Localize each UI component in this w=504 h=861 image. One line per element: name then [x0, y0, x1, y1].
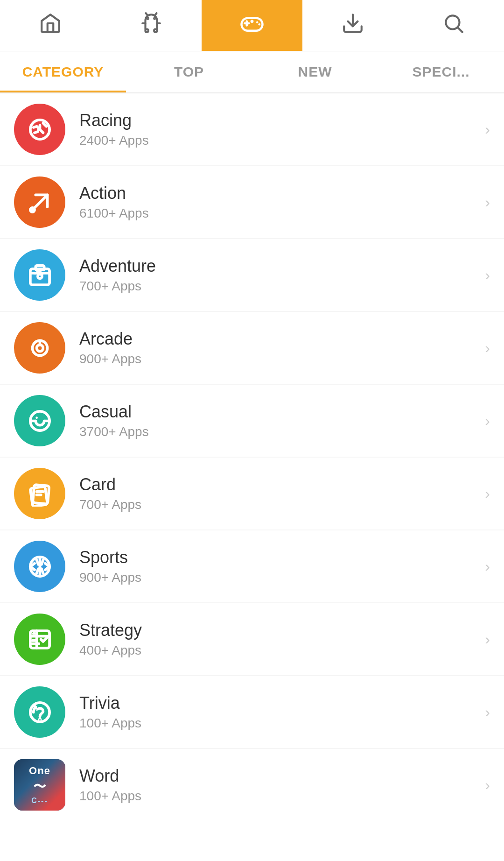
category-item-adventure[interactable]: Adventure 700+ Apps › [0, 239, 504, 311]
nav-games[interactable] [202, 0, 302, 51]
nav-download[interactable] [302, 0, 403, 51]
category-item-casual[interactable]: Casual 3700+ Apps › [0, 385, 504, 457]
racing-text: Racing 2400+ Apps [79, 111, 480, 148]
nav-search[interactable] [403, 0, 504, 51]
sports-text: Sports 900+ Apps [79, 548, 480, 585]
svg-rect-5 [154, 29, 157, 32]
casual-icon [14, 395, 65, 446]
chevron-right-icon: › [485, 339, 490, 357]
download-icon [341, 12, 364, 40]
card-icon [14, 468, 65, 519]
arcade-text: Arcade 900+ Apps [79, 329, 480, 367]
nav-home[interactable] [0, 0, 101, 51]
category-item-arcade[interactable]: Arcade 900+ Apps › [0, 312, 504, 384]
search-icon [442, 12, 465, 40]
chevron-right-icon: › [485, 267, 490, 284]
tab-new[interactable]: NEW [252, 51, 378, 92]
strategy-icon [14, 614, 65, 665]
word-text: Word 100+ Apps [79, 766, 480, 804]
tab-special[interactable]: SPECI... [378, 51, 504, 92]
word-icon: One 〜 C--- [14, 759, 65, 811]
svg-point-8 [256, 21, 259, 23]
category-item-sports[interactable]: Sports 900+ Apps › [0, 530, 504, 602]
svg-point-25 [38, 354, 42, 357]
svg-point-2 [147, 18, 148, 19]
nav-android[interactable] [101, 0, 202, 51]
chevron-right-icon: › [485, 121, 490, 138]
svg-point-29 [35, 416, 38, 419]
chevron-right-icon: › [485, 631, 490, 648]
chevron-right-icon: › [485, 776, 490, 794]
top-navigation [0, 0, 504, 51]
action-text: Action 6100+ Apps [79, 183, 480, 221]
chevron-right-icon: › [485, 194, 490, 211]
chevron-right-icon: › [485, 704, 490, 721]
racing-icon [14, 104, 65, 155]
sports-icon [14, 541, 65, 592]
svg-point-9 [259, 23, 261, 26]
trivia-text: Trivia 100+ Apps [79, 693, 480, 731]
card-text: Card 700+ Apps [79, 475, 480, 512]
svg-line-14 [458, 28, 462, 32]
android-icon [140, 12, 163, 40]
svg-point-6 [251, 20, 254, 23]
category-item-strategy[interactable]: Strategy 400+ Apps › [0, 603, 504, 675]
svg-point-13 [446, 15, 459, 29]
svg-rect-4 [146, 29, 148, 32]
adventure-text: Adventure 700+ Apps [79, 256, 480, 294]
arcade-icon [14, 322, 65, 374]
tab-top[interactable]: TOP [126, 51, 252, 92]
svg-point-3 [154, 18, 155, 19]
casual-text: Casual 3700+ Apps [79, 402, 480, 439]
chevron-right-icon: › [485, 412, 490, 430]
category-item-action[interactable]: Action 6100+ Apps › [0, 166, 504, 238]
tab-category[interactable]: CATEGORY [0, 51, 126, 92]
trivia-icon [14, 686, 65, 738]
category-item-card[interactable]: Card 700+ Apps › [0, 458, 504, 529]
svg-point-21 [37, 274, 42, 278]
category-list: Racing 2400+ Apps › Action 6100+ Apps › [0, 93, 504, 821]
category-item-racing[interactable]: Racing 2400+ Apps › [0, 93, 504, 165]
action-icon [14, 176, 65, 228]
adventure-icon [14, 249, 65, 301]
svg-point-39 [36, 709, 37, 710]
category-item-word[interactable]: One 〜 C--- Word 100+ Apps › [0, 749, 504, 821]
chevron-right-icon: › [485, 558, 490, 575]
strategy-text: Strategy 400+ Apps [79, 621, 480, 658]
gamepad-icon [239, 11, 265, 41]
chevron-right-icon: › [485, 485, 490, 502]
category-item-trivia[interactable]: Trivia 100+ Apps › [0, 676, 504, 748]
tab-bar: CATEGORY TOP NEW SPECI... [0, 51, 504, 93]
svg-point-38 [39, 719, 40, 720]
home-icon [39, 12, 62, 40]
